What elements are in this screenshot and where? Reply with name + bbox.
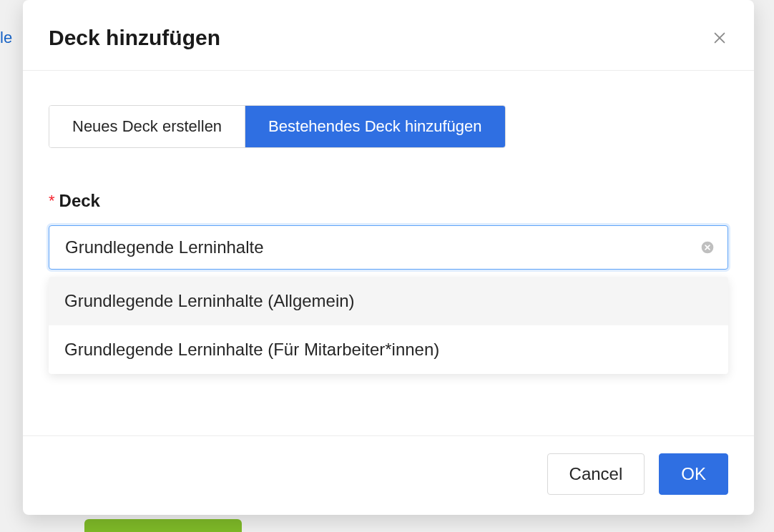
deck-select-input-wrap[interactable] (49, 225, 728, 270)
modal-title: Deck hinzufügen (49, 26, 220, 50)
backdrop-text-fragment: le (0, 29, 12, 47)
ok-button[interactable]: OK (659, 453, 728, 495)
dropdown-option[interactable]: Grundlegende Lerninhalte (Für Mitarbeite… (49, 325, 728, 374)
cancel-button[interactable]: Cancel (547, 453, 645, 495)
clear-icon[interactable] (700, 240, 715, 255)
tab-create-new-deck[interactable]: Neues Deck erstellen (49, 106, 245, 147)
field-label: Deck (59, 191, 100, 211)
close-icon[interactable] (711, 29, 728, 46)
field-label-row: * Deck (49, 191, 728, 211)
modal-header: Deck hinzufügen (23, 0, 754, 71)
add-deck-modal: Deck hinzufügen Neues Deck erstellen Bes… (23, 0, 754, 515)
deck-field: * Deck Grundlegende Lerninhalte (Allgeme… (49, 191, 728, 374)
tab-group: Neues Deck erstellen Bestehendes Deck hi… (49, 105, 506, 148)
deck-options-dropdown: Grundlegende Lerninhalte (Allgemein) Gru… (49, 277, 728, 374)
tab-add-existing-deck[interactable]: Bestehendes Deck hinzufügen (245, 106, 504, 147)
modal-footer: Cancel OK (23, 435, 754, 515)
deck-search-input[interactable] (65, 237, 693, 257)
backdrop-green-button (84, 519, 242, 532)
required-asterisk: * (49, 192, 55, 210)
dropdown-option[interactable]: Grundlegende Lerninhalte (Allgemein) (49, 277, 728, 325)
modal-body: Neues Deck erstellen Bestehendes Deck hi… (23, 71, 754, 435)
